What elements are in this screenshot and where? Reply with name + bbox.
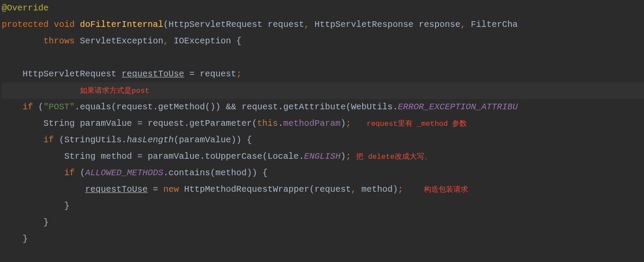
keyword-protected: protected: [2, 20, 49, 29]
code-line: if ("POST".equals(request.getMethod()) &…: [2, 99, 644, 115]
code: .equals(request.getMethod()) && request.…: [75, 102, 398, 112]
paren: ): [340, 118, 346, 128]
paren: (: [33, 102, 43, 112]
keyword-new: new: [163, 184, 179, 194]
semicolon: ;: [346, 151, 351, 161]
constant: ALLOWED_METHODS: [85, 168, 163, 178]
keyword-void: void: [54, 20, 75, 29]
constant: ENGLISH: [304, 151, 340, 161]
code-line: }: [2, 214, 644, 231]
constant: ERROR_EXCEPTION_ATTRIBU: [398, 102, 518, 112]
type: HttpServletRequest: [23, 69, 122, 79]
eq: =: [148, 184, 163, 194]
keyword-this: this: [257, 118, 278, 128]
params: FilterCha: [466, 20, 518, 29]
code: (paramValue)) {: [174, 135, 252, 145]
code-line: @Override: [2, 0, 644, 16]
exception: ServletException: [75, 36, 163, 46]
code-line: String method = paramValue.toUpperCase(L…: [2, 148, 644, 165]
code-line: HttpServletRequest requestToUse = reques…: [2, 66, 644, 82]
static-method: hasLength: [127, 135, 174, 145]
code-line-blank: [2, 49, 644, 66]
params: (HttpServletRequest request: [163, 20, 304, 29]
keyword-if: if: [43, 135, 54, 145]
comma: ,: [460, 20, 466, 29]
code-line: if (ALLOWED_METHODS.contains(method)) {: [2, 165, 644, 181]
variable: method: [101, 151, 132, 161]
comma: ,: [304, 20, 309, 29]
keyword-throws: throws: [43, 36, 75, 46]
code-line: }: [2, 198, 644, 214]
comma: ,: [351, 184, 356, 194]
brace: }: [43, 217, 49, 227]
code: .contains(method)) {: [163, 168, 268, 178]
method-name: doFilterInternal: [80, 20, 163, 29]
dot: .: [278, 118, 283, 128]
variable: requestToUse: [85, 184, 148, 194]
brace: }: [64, 201, 69, 211]
type: String: [64, 151, 101, 161]
code-line: requestToUse = new HttpMethodRequestWrap…: [2, 181, 644, 198]
string-literal: "POST": [43, 102, 75, 112]
variable: requestToUse: [122, 69, 184, 79]
brace: }: [23, 234, 28, 244]
exception: IOException {: [168, 36, 241, 46]
code: (StringUtils.: [54, 135, 127, 145]
code-line: }: [2, 231, 644, 247]
code: method): [356, 184, 398, 194]
field: methodParam: [283, 118, 340, 128]
code-line: protected void doFilterInternal(HttpServ…: [2, 16, 644, 33]
assign: = request: [184, 69, 236, 79]
code-line: throws ServletException, IOException {: [2, 33, 644, 49]
params: HttpServletResponse response: [309, 20, 460, 29]
type: String: [43, 118, 80, 128]
variable: paramValue: [80, 118, 132, 128]
paren: (: [75, 168, 85, 178]
code-line: if (StringUtils.hasLength(paramValue)) {: [2, 132, 644, 148]
comma: ,: [163, 36, 168, 46]
semicolon: ;: [236, 69, 241, 79]
code-line-highlighted: 如果请求方式是post: [2, 82, 644, 99]
semicolon: ;: [346, 118, 351, 128]
code-editor[interactable]: @Override protected void doFilterInterna…: [0, 0, 644, 247]
comment-annotation: request里有 _method 参数: [367, 120, 467, 128]
paren: ): [340, 151, 346, 161]
code: = paramValue.toUpperCase(Locale.: [132, 151, 304, 161]
comment-annotation: 把 delete改成大写。: [356, 153, 431, 161]
code: = request.getParameter(: [132, 118, 257, 128]
keyword-if: if: [64, 168, 75, 178]
code-line: String paramValue = request.getParameter…: [2, 115, 644, 132]
comment-annotation: 构造包装请求: [424, 186, 468, 194]
semicolon: ;: [398, 184, 403, 194]
annotation: @Override: [2, 3, 49, 13]
code: HttpMethodRequestWrapper(request: [179, 184, 351, 194]
comment-annotation: 如果请求方式是post: [80, 87, 149, 95]
keyword-if: if: [23, 102, 33, 112]
